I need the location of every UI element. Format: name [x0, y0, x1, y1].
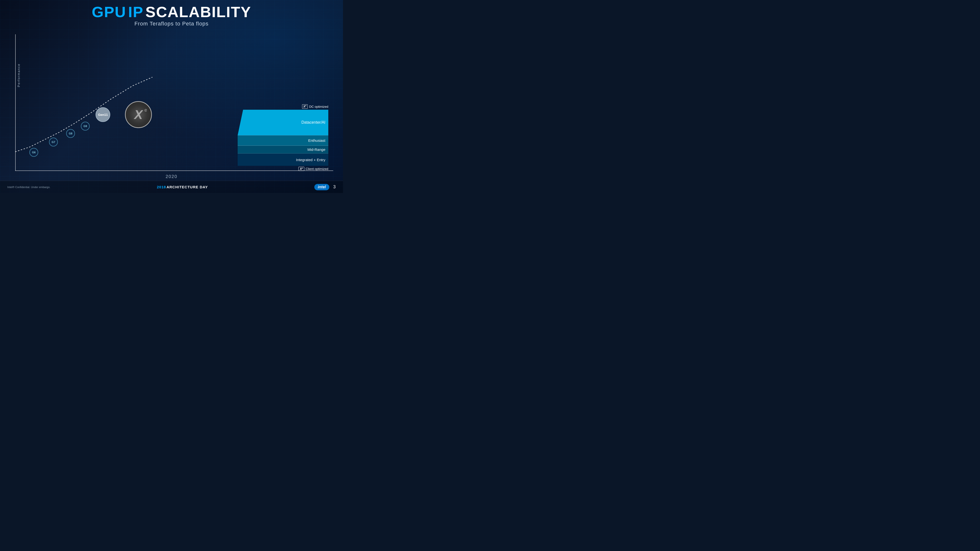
x-axis-label: 2020 — [165, 174, 177, 179]
dc-optimized-label: Xe DC optimized — [238, 104, 328, 108]
slide-header: GPU IP SCALABILITY From Teraflops to Pet… — [0, 0, 343, 27]
bar-integrated: Integrated + Entry — [238, 154, 328, 166]
footer: Intel® Confidential. Under embargo. 2018… — [0, 181, 343, 193]
page-number: 3 — [333, 184, 336, 189]
xe-logo: X e — [134, 107, 143, 122]
footer-branding: 2018ARCHITECTURE DAY — [157, 185, 208, 189]
bar-midrange: Mid-Range — [238, 146, 328, 154]
footer-right: intel 3 — [314, 184, 336, 190]
xe-circle: X e — [125, 101, 152, 128]
slide-content: GPU IP SCALABILITY From Teraflops to Pet… — [0, 0, 343, 193]
intel-logo: intel — [314, 184, 329, 190]
bars-panel: Xe DC optimized Datacenter/AI Enthusiast… — [238, 104, 328, 171]
footer-event: ARCHITECTURE DAY — [167, 185, 208, 189]
bar-enthusiast: Enthusiast — [238, 135, 328, 146]
bar-datacenter: Datacenter/AI — [238, 110, 328, 135]
title-ip: IP — [128, 5, 143, 20]
footer-confidential: Intel® Confidential. Under embargo. — [7, 186, 51, 189]
title-scalability: SCALABILITY — [146, 5, 251, 20]
main-title: GPU IP SCALABILITY — [0, 5, 343, 20]
footer-year: 2018 — [157, 185, 166, 189]
slide-subtitle: From Teraflops to Peta flops — [0, 21, 343, 27]
client-optimized-label: Xe Client optimized — [238, 167, 328, 171]
title-gpu: GPU — [92, 5, 126, 20]
